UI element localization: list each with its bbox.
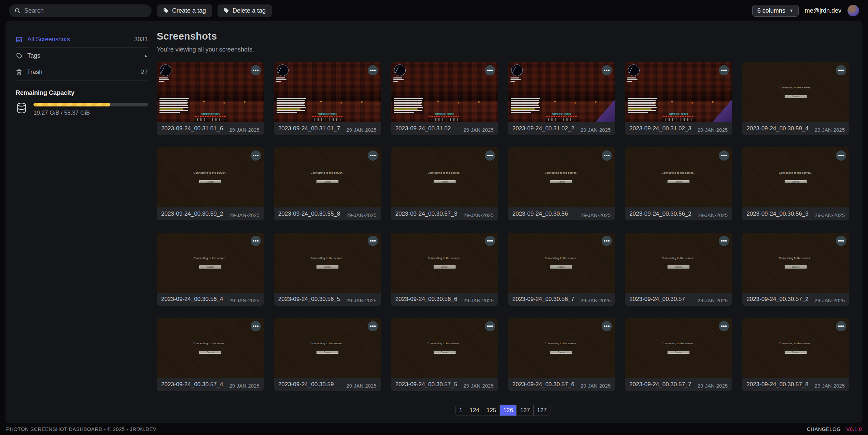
changelog-link[interactable]: CHANGELOG xyxy=(807,426,841,432)
page-button[interactable]: 124 xyxy=(466,405,483,416)
sidebar-item-label: Tags xyxy=(27,52,40,59)
screenshot-card[interactable]: Connecting to the server...Cancel2023-09… xyxy=(625,147,732,220)
chat-line xyxy=(628,110,656,111)
page-button[interactable]: 127 xyxy=(534,405,550,416)
screenshot-card[interactable]: Connecting to the server...Cancel2023-09… xyxy=(391,318,498,391)
user-avatar[interactable] xyxy=(848,5,859,16)
page-button[interactable]: 127 xyxy=(517,405,533,416)
sidebar-item-tags[interactable]: Tags ▲ xyxy=(16,48,148,64)
screenshot-grid: Netherite Pickaxe2023-09-24_00.31.01_629… xyxy=(157,62,849,391)
screenshot-card[interactable]: Netherite Pickaxe2023-09-24_00.31.01_629… xyxy=(157,62,264,135)
screenshot-card[interactable]: Connecting to the server...Cancel2023-09… xyxy=(508,147,615,220)
card-menu-button[interactable] xyxy=(602,65,612,75)
menu-dot xyxy=(370,70,372,71)
screenshot-card[interactable]: Connecting to the server...Cancel2023-09… xyxy=(391,233,498,306)
screenshot-card[interactable]: Netherite Pickaxe2023-09-24_00.31.02_329… xyxy=(625,62,732,135)
page-button[interactable]: 126 xyxy=(500,405,517,416)
screenshot-card[interactable]: Connecting to the server...Cancel2023-09… xyxy=(274,147,381,220)
screenshot-card[interactable]: Netherite Pickaxe2023-09-24_00.31.0229-J… xyxy=(391,62,498,135)
card-menu-button[interactable] xyxy=(368,321,378,331)
screenshot-card[interactable]: Connecting to the server...Cancel2023-09… xyxy=(742,233,849,306)
screenshot-thumbnail: Connecting to the server...Cancel xyxy=(157,318,264,378)
search-box[interactable] xyxy=(9,4,152,17)
screenshot-card[interactable]: Connecting to the server...Cancel2023-09… xyxy=(508,233,615,306)
coord-line xyxy=(510,77,519,78)
screenshot-card[interactable]: Connecting to the server...Cancel2023-09… xyxy=(625,318,732,391)
page-button[interactable]: 1 xyxy=(456,405,466,416)
screenshot-card[interactable]: Connecting to the server...Cancel2023-09… xyxy=(742,147,849,220)
hotbar-slot xyxy=(201,118,205,121)
main-panel: All Screenshots 3031 Tags ▲ Trash 27 Rem… xyxy=(5,21,863,423)
card-menu-button[interactable] xyxy=(485,321,495,331)
delete-tag-button[interactable]: Delete a tag xyxy=(218,4,272,17)
card-menu-button[interactable] xyxy=(251,236,261,246)
card-menu-button[interactable] xyxy=(368,236,378,246)
card-menu-button[interactable] xyxy=(251,150,261,161)
card-menu-button[interactable] xyxy=(368,150,378,161)
hud-overlay: Netherite Pickaxe xyxy=(188,113,233,121)
card-menu-button[interactable] xyxy=(719,65,729,75)
menu-dot xyxy=(255,155,256,156)
chat-line xyxy=(628,100,656,101)
menu-dot xyxy=(374,325,376,327)
columns-select[interactable]: 6 columns ▼ xyxy=(752,5,799,17)
search-input[interactable] xyxy=(24,7,146,14)
cancel-button: Cancel xyxy=(433,265,456,269)
card-menu-button[interactable] xyxy=(836,321,846,331)
card-menu-button[interactable] xyxy=(485,65,495,75)
capacity-bar: 19.27 GiB / 58.37 GiB xyxy=(33,102,148,116)
screenshot-date: 29-JAN-2025 xyxy=(578,212,611,220)
menu-dot xyxy=(721,70,723,71)
screenshot-filename: 2023-09-24_00.30.59_4 xyxy=(746,125,809,132)
menu-dot xyxy=(253,325,254,327)
chat-line-joined xyxy=(511,108,535,110)
caret-up-icon[interactable]: ▲ xyxy=(143,53,148,58)
screenshot-card[interactable]: Connecting to the server...Cancel2023-09… xyxy=(625,233,732,306)
hotbar-slot xyxy=(458,118,461,121)
card-menu-button[interactable] xyxy=(836,236,846,246)
card-menu-button[interactable] xyxy=(485,236,495,246)
chat-line xyxy=(394,110,422,111)
screenshot-card[interactable]: Connecting to the server...Cancel2023-09… xyxy=(274,318,381,391)
page-button[interactable]: 125 xyxy=(483,405,500,416)
screenshot-card[interactable]: Connecting to the server...Cancel2023-09… xyxy=(508,318,615,391)
sidebar-item-trash[interactable]: Trash 27 xyxy=(16,64,148,81)
connecting-text: Connecting to the server... xyxy=(662,257,696,260)
screenshot-date: 29-JAN-2025 xyxy=(695,383,728,391)
card-menu-button[interactable] xyxy=(836,65,846,75)
card-footer: 2023-09-24_00.30.57_829-JAN-2025 xyxy=(742,378,849,391)
menu-dot xyxy=(372,70,374,71)
screenshot-card[interactable]: Connecting to the server...Cancel2023-09… xyxy=(742,318,849,391)
card-menu-button[interactable] xyxy=(719,321,729,331)
menu-dot xyxy=(253,240,254,242)
screenshot-card[interactable]: Netherite Pickaxe2023-09-24_00.31.02_229… xyxy=(508,62,615,135)
screenshot-card[interactable]: Connecting to the server...Cancel2023-09… xyxy=(157,147,264,220)
card-menu-button[interactable] xyxy=(251,321,261,331)
screenshot-filename: 2023-09-24_00.30.56_5 xyxy=(278,296,340,303)
screenshot-card[interactable]: Connecting to the server...Cancel2023-09… xyxy=(742,62,849,135)
chat-overlay xyxy=(392,97,424,114)
card-menu-button[interactable] xyxy=(719,150,729,161)
chat-line xyxy=(394,107,423,108)
card-menu-button[interactable] xyxy=(836,150,846,161)
sidebar-item-count: 3031 xyxy=(134,36,148,43)
menu-dot xyxy=(489,70,491,71)
sidebar-item-all-screenshots[interactable]: All Screenshots 3031 xyxy=(16,31,148,48)
cancel-button: Cancel xyxy=(433,350,456,354)
card-menu-button[interactable] xyxy=(251,65,261,75)
card-menu-button[interactable] xyxy=(368,65,378,75)
chat-line-joined xyxy=(159,108,183,110)
menu-dot xyxy=(838,325,840,327)
trash-icon xyxy=(16,69,22,75)
screenshot-card[interactable]: Connecting to the server...Cancel2023-09… xyxy=(391,147,498,220)
create-tag-button[interactable]: Create a tag xyxy=(157,4,212,17)
card-footer: 2023-09-24_00.31.0229-JAN-2025 xyxy=(391,122,498,135)
screenshot-card[interactable]: Netherite Pickaxe2023-09-24_00.31.01_729… xyxy=(274,62,381,135)
screenshot-card[interactable]: Connecting to the server...Cancel2023-09… xyxy=(157,233,264,306)
screenshot-card[interactable]: Connecting to the server...Cancel2023-09… xyxy=(274,233,381,306)
coord-line xyxy=(627,79,638,80)
hotbar-slot xyxy=(454,118,458,121)
card-menu-button[interactable] xyxy=(485,150,495,161)
screenshot-card[interactable]: Connecting to the server...Cancel2023-09… xyxy=(157,318,264,391)
card-menu-button[interactable] xyxy=(719,236,729,246)
